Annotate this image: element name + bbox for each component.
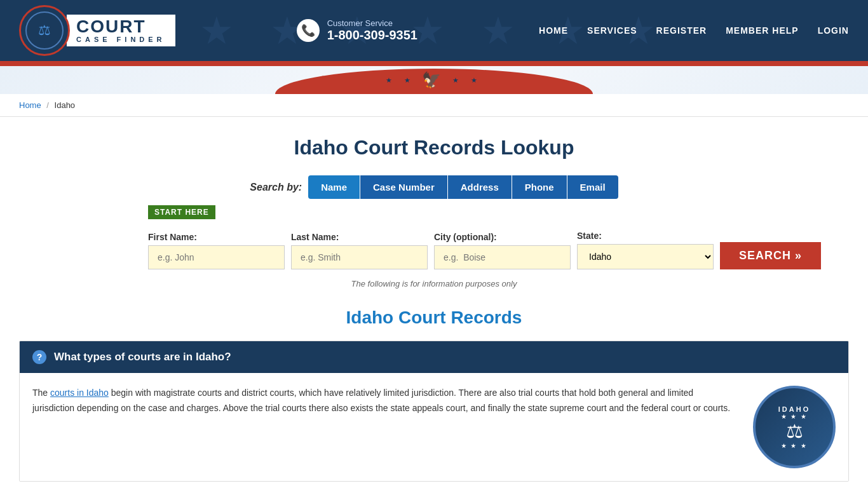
cs-phone: 1-800-309-9351 xyxy=(327,28,417,43)
courts-in-idaho-link[interactable]: courts in Idaho xyxy=(50,388,109,398)
last-name-input[interactable] xyxy=(291,245,428,269)
state-label: State: xyxy=(577,231,714,241)
idaho-seal-label: IDAHO xyxy=(778,405,810,413)
nav-login[interactable]: LOGIN xyxy=(818,25,849,36)
search-form-wrapper: START HERE First Name: Last Name: City (… xyxy=(148,205,720,279)
accordion-text-before-link: The xyxy=(32,388,50,398)
idaho-seal: IDAHO ★ ★ ★ ⚖ ★ ★ ★ xyxy=(753,386,836,468)
city-label: City (optional): xyxy=(434,232,571,242)
main-content: Idaho Court Records Lookup Search by: Na… xyxy=(0,117,868,488)
logo-case-finder-text: CASE FINDER xyxy=(76,36,166,43)
state-select[interactable]: Idaho Alabama Alaska Arizona Arkansas Ca… xyxy=(577,244,714,269)
breadcrumb-home[interactable]: Home xyxy=(19,100,41,110)
info-note: The following is for information purpose… xyxy=(19,279,849,288)
tab-address[interactable]: Address xyxy=(448,175,512,199)
accordion-text-after-link: begin with magistrate courts and distric… xyxy=(32,388,730,413)
logo-badge: ⚖ xyxy=(19,5,70,56)
breadcrumb: Home / Idaho xyxy=(0,94,868,117)
idaho-seal-scales-icon: ⚖ xyxy=(786,420,803,442)
breadcrumb-current: Idaho xyxy=(55,100,76,110)
accordion: ? What types of courts are in Idaho? The… xyxy=(19,341,849,482)
page-title: Idaho Court Records Lookup xyxy=(19,136,849,159)
accordion-icon: ? xyxy=(32,350,46,364)
first-name-group: First Name: xyxy=(148,232,285,269)
nav-register[interactable]: REGISTER xyxy=(656,25,707,36)
first-name-label: First Name: xyxy=(148,232,285,242)
cs-label: Customer Service xyxy=(327,18,417,28)
tab-email[interactable]: Email xyxy=(567,175,618,199)
search-by-row: Search by: Name Case Number Address Phon… xyxy=(19,175,849,199)
logo-court-text: COURT xyxy=(76,18,146,36)
nav-home[interactable]: HOME xyxy=(539,25,568,36)
red-banner xyxy=(0,61,868,66)
cs-text: Customer Service 1-800-309-9351 xyxy=(327,18,417,43)
search-form: First Name: Last Name: City (optional): … xyxy=(148,231,720,269)
last-name-group: Last Name: xyxy=(291,232,428,269)
site-header: ★ ★ ★ ★ ★ ★ ★ ⚖ COURT CASE FINDER 📞 Cust… xyxy=(0,0,868,61)
tab-name[interactable]: Name xyxy=(308,175,360,199)
last-name-label: Last Name: xyxy=(291,232,428,242)
start-here-badge: START HERE xyxy=(148,205,215,219)
idaho-seal-stars: ★ ★ ★ xyxy=(781,413,808,420)
eagle-banner: ★ ★ 🦅 ★ ★ xyxy=(0,66,868,94)
first-name-input[interactable] xyxy=(148,245,285,269)
eagle-symbol: 🦅 xyxy=(422,71,446,89)
nav-member-help[interactable]: MEMBER HELP xyxy=(726,25,798,36)
state-group: State: Idaho Alabama Alaska Arizona Arka… xyxy=(577,231,714,269)
city-group: City (optional): xyxy=(434,232,571,269)
accordion-header[interactable]: ? What types of courts are in Idaho? xyxy=(20,341,848,373)
customer-service-area: 📞 Customer Service 1-800-309-9351 xyxy=(297,18,417,43)
tab-phone[interactable]: Phone xyxy=(512,175,567,199)
search-form-container: START HERE First Name: Last Name: City (… xyxy=(148,205,720,279)
search-button[interactable]: SEARCH » xyxy=(720,242,821,269)
eagle-content: ★ ★ 🦅 ★ ★ xyxy=(386,71,482,89)
city-input[interactable] xyxy=(434,245,571,269)
accordion-title: What types of courts are in Idaho? xyxy=(54,351,231,363)
search-by-label: Search by: xyxy=(250,182,302,193)
breadcrumb-separator: / xyxy=(46,100,49,110)
stars-left: ★ ★ xyxy=(386,76,416,85)
scales-icon: ⚖ xyxy=(38,22,51,39)
idaho-seal-stars-bottom: ★ ★ ★ xyxy=(781,442,808,449)
tab-case-number[interactable]: Case Number xyxy=(360,175,448,199)
logo-text-area: COURT CASE FINDER xyxy=(67,15,175,46)
phone-icon: 📞 xyxy=(297,19,320,42)
accordion-text: The courts in Idaho begin with magistrat… xyxy=(32,386,734,416)
nav-services[interactable]: SERVICES xyxy=(587,25,637,36)
stars-right: ★ ★ xyxy=(452,76,482,85)
main-nav: HOME SERVICES REGISTER MEMBER HELP LOGIN xyxy=(539,25,849,36)
section-title: Idaho Court Records xyxy=(19,308,849,328)
accordion-body: The courts in Idaho begin with magistrat… xyxy=(20,373,848,481)
logo-area: ⚖ COURT CASE FINDER xyxy=(19,5,175,56)
logo-badge-inner: ⚖ xyxy=(25,11,64,50)
